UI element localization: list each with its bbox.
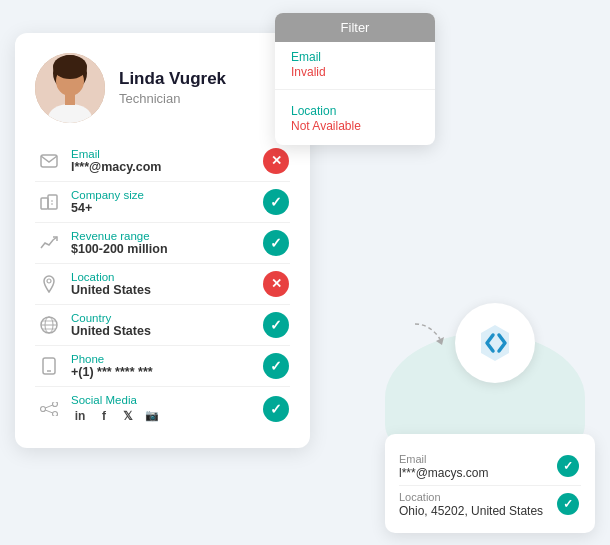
- revenue-label: Revenue range: [71, 230, 262, 242]
- filter-location-value: Not Available: [291, 119, 419, 133]
- social-label: Social Media: [71, 394, 262, 406]
- social-status: [262, 396, 290, 422]
- filter-dropdown[interactable]: Filter Email Invalid Location Not Availa…: [275, 13, 435, 145]
- svg-rect-6: [41, 155, 57, 167]
- profile-title: Technician: [119, 91, 226, 106]
- svg-rect-7: [41, 198, 48, 209]
- revenue-value: $100-200 million: [71, 242, 262, 256]
- svg-point-12: [47, 279, 51, 283]
- detail-email-row: Email l***@macys.com: [399, 448, 581, 486]
- country-content: Country United States: [63, 312, 262, 338]
- instagram-icon: 📷: [143, 407, 161, 425]
- detail-email-label: Email: [399, 453, 557, 465]
- country-label: Country: [71, 312, 262, 324]
- email-label: Email: [71, 148, 262, 160]
- filter-header: Filter: [275, 13, 435, 42]
- profile-info: Linda Vugrek Technician: [119, 69, 226, 106]
- phone-icon: [35, 357, 63, 375]
- social-check-icon: [263, 396, 289, 422]
- detail-email-status: [557, 455, 581, 477]
- detail-location-row: Location Ohio, 45202, United States: [399, 486, 581, 523]
- linkedin-icon: in: [71, 407, 89, 425]
- company-status: [262, 189, 290, 215]
- detail-location-status: [557, 493, 581, 515]
- filter-divider: [275, 89, 435, 90]
- company-value: 54+: [71, 201, 262, 215]
- svg-rect-8: [48, 195, 57, 209]
- location-status: [262, 271, 290, 297]
- email-icon: [35, 154, 63, 168]
- country-icon: [35, 316, 63, 334]
- social-row: Social Media in f 𝕏 📷: [35, 387, 290, 432]
- filter-email-section: Email Invalid: [275, 42, 435, 83]
- location-row: Location United States: [35, 264, 290, 305]
- company-content: Company size 54+: [63, 189, 262, 215]
- profile-name: Linda Vugrek: [119, 69, 226, 89]
- email-row: Email l***@macy.com: [35, 141, 290, 182]
- social-icon: [35, 402, 63, 416]
- svg-point-21: [53, 402, 58, 407]
- detail-email-value: l***@macys.com: [399, 466, 557, 480]
- filter-location-label[interactable]: Location: [291, 104, 419, 118]
- detail-email-check: [557, 455, 579, 477]
- email-cross-icon: [263, 148, 289, 174]
- svg-line-24: [45, 410, 53, 413]
- location-value: United States: [71, 283, 262, 297]
- twitter-icon: 𝕏: [119, 407, 137, 425]
- detail-location-check: [557, 493, 579, 515]
- svg-point-3: [53, 55, 87, 79]
- detail-email-content: Email l***@macys.com: [399, 453, 557, 480]
- country-status: [262, 312, 290, 338]
- facebook-icon: f: [95, 407, 113, 425]
- country-check-icon: [263, 312, 289, 338]
- company-logo: [473, 321, 517, 365]
- phone-content: Phone +(1) *** **** ***: [63, 353, 262, 379]
- company-row: Company size 54+: [35, 182, 290, 223]
- phone-status: [262, 353, 290, 379]
- social-content: Social Media in f 𝕏 📷: [63, 394, 262, 425]
- country-row: Country United States: [35, 305, 290, 346]
- arrow-decoration: [410, 319, 450, 353]
- filter-location-section: Location Not Available: [275, 96, 435, 137]
- revenue-icon: [35, 236, 63, 250]
- location-cross-icon: [263, 271, 289, 297]
- location-content: Location United States: [63, 271, 262, 297]
- detail-card: Email l***@macys.com Location Ohio, 4520…: [385, 434, 595, 533]
- profile-card: Linda Vugrek Technician Email l***@macy.…: [15, 33, 310, 448]
- revenue-check-icon: [263, 230, 289, 256]
- svg-point-22: [53, 412, 58, 417]
- phone-check-icon: [263, 353, 289, 379]
- svg-rect-5: [65, 93, 75, 105]
- svg-point-20: [41, 407, 46, 412]
- detail-location-value: Ohio, 45202, United States: [399, 504, 557, 518]
- detail-location-label: Location: [399, 491, 557, 503]
- location-label: Location: [71, 271, 262, 283]
- filter-email-label[interactable]: Email: [291, 50, 419, 64]
- social-icons-list: in f 𝕏 📷: [71, 407, 262, 425]
- avatar: [35, 53, 105, 123]
- company-icon: [35, 194, 63, 210]
- email-value: l***@macy.com: [71, 160, 262, 174]
- filter-email-value: Invalid: [291, 65, 419, 79]
- detail-location-content: Location Ohio, 45202, United States: [399, 491, 557, 518]
- company-check-icon: [263, 189, 289, 215]
- revenue-row: Revenue range $100-200 million: [35, 223, 290, 264]
- revenue-status: [262, 230, 290, 256]
- phone-value: +(1) *** **** ***: [71, 365, 262, 379]
- company-label: Company size: [71, 189, 262, 201]
- country-value: United States: [71, 324, 262, 338]
- profile-header: Linda Vugrek Technician: [35, 53, 290, 123]
- email-status: [262, 148, 290, 174]
- location-icon: [35, 275, 63, 293]
- phone-row: Phone +(1) *** **** ***: [35, 346, 290, 387]
- email-content: Email l***@macy.com: [63, 148, 262, 174]
- svg-line-23: [45, 405, 53, 408]
- company-logo-circle: [455, 303, 535, 383]
- revenue-content: Revenue range $100-200 million: [63, 230, 262, 256]
- phone-label: Phone: [71, 353, 262, 365]
